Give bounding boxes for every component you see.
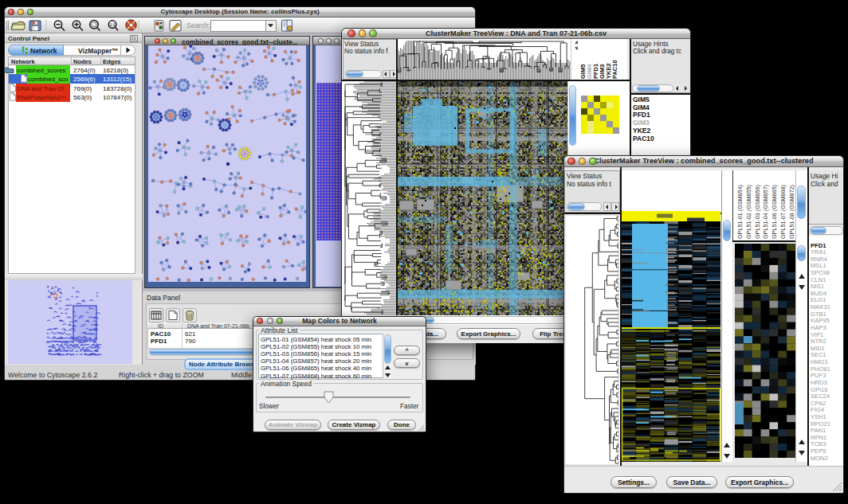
svg-text:GPL51-04 (GSM857): GPL51-04 (GSM857) — [762, 185, 769, 239]
svg-text:GPL51-03 (GSM856): GPL51-03 (GSM856) — [754, 185, 761, 239]
svg-text:GPL51-08 (GSM872): GPL51-08 (GSM872) — [788, 185, 795, 239]
svg-text:GPL51-06 (GSM865): GPL51-06 (GSM865) — [771, 185, 778, 239]
svg-text:1:1: 1:1 — [109, 22, 115, 27]
svg-text:Search:: Search: — [186, 21, 210, 29]
svg-text:GPL51-07 (GSM868): GPL51-07 (GSM868) — [779, 185, 787, 239]
svg-text:GPL51-01 (GSM854): GPL51-01 (GSM854) — [736, 185, 744, 239]
svg-text:GPL51-02 (GSM855): GPL51-02 (GSM855) — [745, 185, 752, 239]
